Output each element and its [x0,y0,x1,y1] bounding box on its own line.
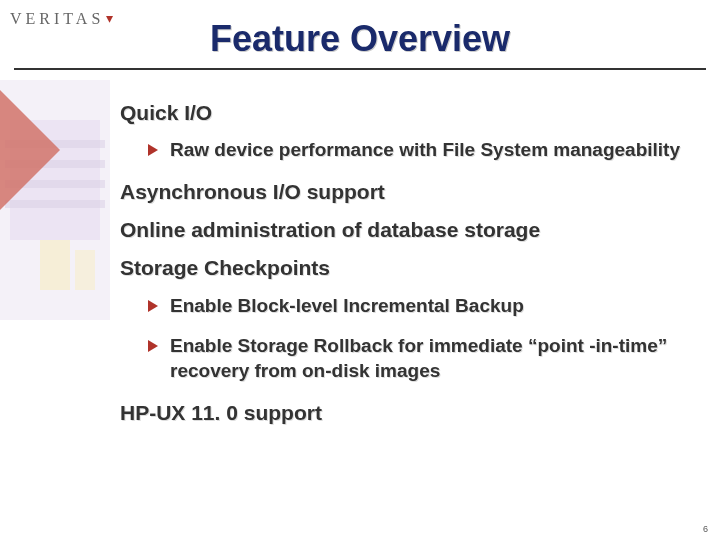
feature-heading: Online administration of database storag… [120,217,690,243]
triangle-bullet-icon [148,340,158,352]
svg-rect-6 [5,200,105,208]
page-number: 6 [703,524,708,534]
feature-subitem: Enable Storage Rollback for immediate “p… [148,334,690,383]
feature-heading: Asynchronous I/O support [120,179,690,205]
slide-content: Quick I/O Raw device performance with Fi… [120,100,690,438]
feature-subtext: Raw device performance with File System … [170,138,680,163]
feature-subitem: Enable Block-level Incremental Backup [148,294,690,319]
background-graphic [0,60,130,360]
feature-heading: HP-UX 11. 0 support [120,400,690,426]
svg-rect-8 [40,240,70,290]
svg-rect-9 [75,250,95,290]
feature-heading: Quick I/O [120,100,690,126]
triangle-bullet-icon [148,300,158,312]
feature-subitem: Raw device performance with File System … [148,138,690,163]
feature-subtext: Enable Storage Rollback for immediate “p… [170,334,690,383]
feature-heading: Storage Checkpoints [120,255,690,281]
slide-title-block: Feature Overview [0,18,720,70]
title-divider [14,68,706,70]
feature-subtext: Enable Block-level Incremental Backup [170,294,524,319]
triangle-bullet-icon [148,144,158,156]
slide-title: Feature Overview [0,18,720,60]
